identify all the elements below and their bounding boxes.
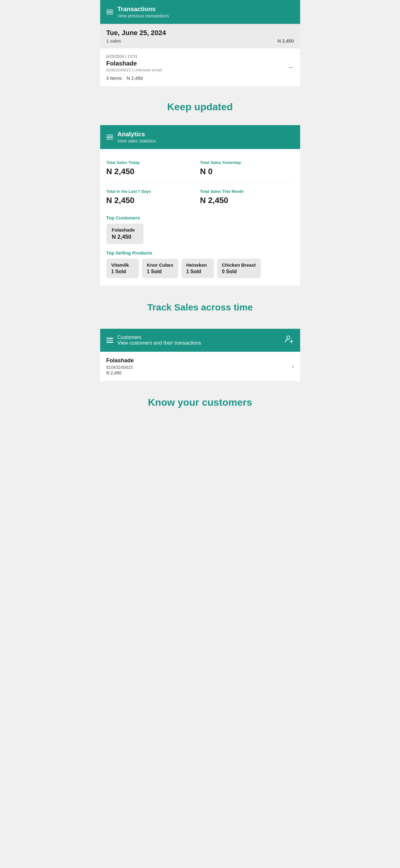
transactions-title: Transactions [118,6,169,13]
total-sales-today-value: N 2,450 [106,167,194,176]
product-chip-sold: 1 Sold [186,269,209,274]
product-chip-name: Chicken Breast [222,262,256,268]
analytics-menu-icon[interactable] [106,135,113,140]
top-products-list: Vitamilk 1 Sold Knor Cubes 1 Sold Heinek… [106,258,294,279]
customers-list: Folashade 81063245815 N 2,450 › [100,352,300,381]
date-section: Tue, June 25, 2024 1 sales N 2,450 [100,24,300,49]
analytics-section-header: Analytics View sales statistics [100,125,300,149]
transaction-contact: 81063245815 | Unknown email [106,68,294,72]
top-products-label: Top Selling Products [106,250,294,255]
product-chip-name: Knor Cubes [147,262,173,268]
transaction-arrow[interactable]: → [287,63,294,71]
transaction-item[interactable]: 6/25/2024 | 13:51 Folashade 81063245815 … [100,49,300,86]
track-sales-title: Track Sales across time [106,301,294,313]
total-sales-yesterday-cell: Total Sales Yesterday N 0 [200,155,294,181]
total-this-month-label: Total Sales This Month [200,189,294,194]
analytics-subtitle: View sales statistics [118,138,156,144]
top-customers-list: Folashade N 2,450 [106,223,294,244]
product-chip-name: Vitamilk [111,262,134,268]
keep-updated-title: Keep updated [106,101,294,113]
analytics-body: Total Sales Today N 2,450 Total Sales Ye… [100,149,300,286]
customers-subtitle: View customers and their transactions [118,340,201,346]
keep-updated-banner: Keep updated [100,89,300,125]
product-chip-sold: 1 Sold [111,269,134,274]
analytics-grid-2: Total in the Last 7 Days N 2,450 Total S… [106,184,294,210]
transactions-header-text: Transactions View previous transactions [118,6,169,18]
sales-count: 1 sales [106,38,121,43]
total-this-month-value: N 2,450 [200,195,294,205]
top-product-chip: Chicken Breast 0 Sold [217,258,261,278]
total-sales-today-cell: Total Sales Today N 2,450 [106,155,200,181]
product-chip-name: Heineken [186,262,209,268]
total-sales-yesterday-label: Total Sales Yesterday [200,160,294,165]
top-product-chip: Heineken 1 Sold [181,258,214,278]
know-customers-banner: Know your customers [100,381,300,424]
customers-menu-icon[interactable] [106,338,113,343]
transaction-items-label: 3 Items: [106,75,123,81]
svg-point-0 [287,336,290,339]
transaction-items-total: N 2,450 [127,75,143,81]
transaction-datetime: 6/25/2024 | 13:51 [106,54,294,59]
transactions-section-header: Transactions View previous transactions [100,0,300,24]
transaction-items: 3 Items: N 2,450 [106,75,294,81]
analytics-title: Analytics [118,131,156,138]
know-customers-title: Know your customers [106,397,294,408]
customer-phone: 81063245815 [106,365,294,370]
total-last-7-label: Total in the Last 7 Days [106,189,194,194]
transactions-menu-icon[interactable] [106,10,113,14]
customer-arrow: › [292,363,294,370]
top-customer-chip-amount: N 2,450 [112,234,138,240]
date-row: 1 sales N 2,450 [106,38,294,43]
product-chip-sold: 0 Sold [222,269,256,274]
total-last-7-value: N 2,450 [106,195,194,205]
total-sales-today-label: Total Sales Today [106,160,194,165]
customers-header-text: Customers View customers and their trans… [118,335,201,346]
add-customer-icon[interactable] [284,334,294,346]
total-last-7-cell: Total in the Last 7 Days N 2,450 [106,184,200,210]
sales-total: N 2,450 [277,38,294,43]
transactions-subtitle: View previous transactions [118,13,169,18]
track-sales-banner: Track Sales across time [100,286,300,329]
analytics-header-text: Analytics View sales statistics [118,131,156,144]
customers-header-left: Customers View customers and their trans… [106,335,201,346]
top-product-chip: Knor Cubes 1 Sold [142,258,178,278]
customers-title: Customers [118,335,201,340]
top-customer-chip-name: Folashade [112,227,138,232]
customer-amount: N 2,450 [106,370,294,375]
transaction-customer-name: Folashade [106,60,294,67]
top-product-chip: Vitamilk 1 Sold [106,258,139,278]
product-chip-sold: 1 Sold [147,269,173,274]
analytics-grid: Total Sales Today N 2,450 Total Sales Ye… [106,155,294,181]
total-sales-yesterday-value: N 0 [200,167,294,176]
total-this-month-cell: Total Sales This Month N 2,450 [200,184,294,210]
date-title: Tue, June 25, 2024 [106,29,294,37]
customer-name: Folashade [106,357,294,364]
customers-section-header: Customers View customers and their trans… [100,329,300,352]
top-customer-chip: Folashade N 2,450 [106,223,143,244]
top-customers-label: Top Customers [106,215,294,220]
customer-list-item[interactable]: Folashade 81063245815 N 2,450 › [100,352,300,381]
